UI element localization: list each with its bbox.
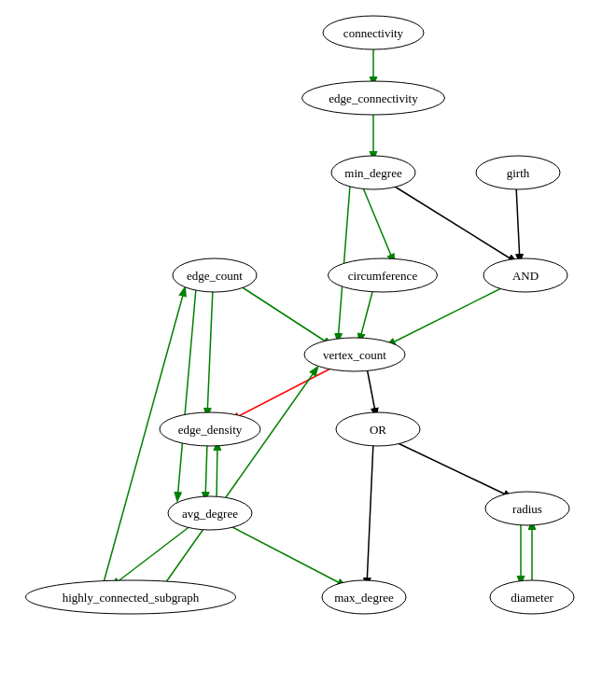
- node-label-girth: girth: [507, 166, 530, 180]
- node-label-OR: OR: [370, 423, 386, 437]
- edge-10: [207, 288, 213, 416]
- edge-20: [177, 288, 196, 500]
- node-label-max_degree: max_degree: [334, 591, 394, 605]
- edge-3: [387, 182, 516, 262]
- node-min_degree: min_degree: [331, 156, 415, 189]
- node-girth: girth: [476, 156, 560, 189]
- node-label-edge_density: edge_density: [178, 423, 243, 437]
- node-diameter: diameter: [490, 580, 574, 614]
- node-edge_density: edge_density: [160, 412, 260, 446]
- node-label-edge_count: edge_count: [187, 269, 243, 283]
- node-OR: OR: [336, 412, 420, 446]
- node-label-connectivity: connectivity: [343, 26, 404, 40]
- graph-container: connectivityedge_connectivitymin_degreeg…: [0, 0, 616, 682]
- node-label-circumference: circumference: [348, 269, 418, 283]
- edge-6: [238, 285, 331, 345]
- node-label-vertex_count: vertex_count: [323, 348, 386, 362]
- node-AND: AND: [483, 258, 567, 292]
- node-label-diameter: diameter: [511, 591, 553, 605]
- node-edge_count: edge_count: [173, 258, 257, 292]
- edge-7: [387, 285, 509, 345]
- edge-5: [359, 288, 373, 341]
- node-avg_degree: avg_degree: [168, 496, 252, 530]
- node-connectivity: connectivity: [323, 16, 424, 49]
- edge-14: [229, 525, 345, 586]
- edge-11: [205, 442, 207, 500]
- node-edge_connectivity: edge_connectivity: [302, 81, 445, 115]
- edge-13: [112, 525, 191, 586]
- node-label-edge_connectivity: edge_connectivity: [329, 91, 418, 105]
- node-highly_connected_subgraph: highly_connected_subgraph: [26, 580, 236, 614]
- graph-svg: connectivityedge_connectivitymin_degreeg…: [0, 0, 616, 682]
- edge-4: [516, 186, 520, 262]
- edge-9: [367, 368, 376, 416]
- edge-16: [392, 440, 511, 497]
- edge-15: [367, 442, 373, 586]
- node-radius: radius: [485, 492, 569, 525]
- edge-2: [362, 186, 394, 262]
- node-label-avg_degree: avg_degree: [182, 507, 238, 521]
- edge-8: [231, 366, 336, 420]
- edge-12: [217, 442, 217, 500]
- node-label-AND: AND: [512, 269, 539, 283]
- node-label-highly_connected_subgraph: highly_connected_subgraph: [63, 591, 200, 605]
- node-max_degree: max_degree: [322, 580, 406, 614]
- node-vertex_count: vertex_count: [304, 338, 405, 371]
- node-label-radius: radius: [512, 502, 542, 516]
- node-label-min_degree: min_degree: [344, 166, 402, 180]
- node-circumference: circumference: [329, 258, 438, 292]
